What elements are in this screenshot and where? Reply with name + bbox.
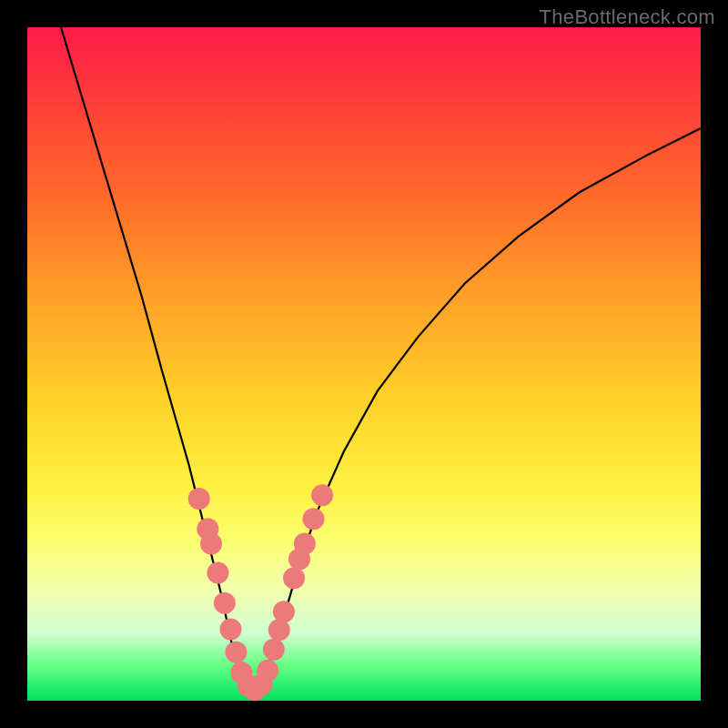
curve-markers <box>188 484 333 701</box>
data-marker <box>294 533 316 555</box>
data-marker <box>268 619 290 641</box>
data-marker <box>257 660 278 682</box>
data-marker <box>283 567 305 589</box>
data-marker <box>188 488 210 510</box>
data-marker <box>311 484 333 506</box>
data-marker <box>273 601 295 622</box>
data-marker <box>225 642 247 663</box>
data-marker <box>303 508 325 530</box>
data-marker <box>219 619 241 641</box>
data-marker <box>200 533 222 555</box>
data-marker <box>214 592 236 614</box>
data-marker <box>207 561 228 583</box>
curve-line <box>61 27 701 691</box>
watermark-text: TheBottleneck.com <box>540 5 715 29</box>
data-marker <box>263 639 285 661</box>
chart-overlay <box>27 27 701 701</box>
